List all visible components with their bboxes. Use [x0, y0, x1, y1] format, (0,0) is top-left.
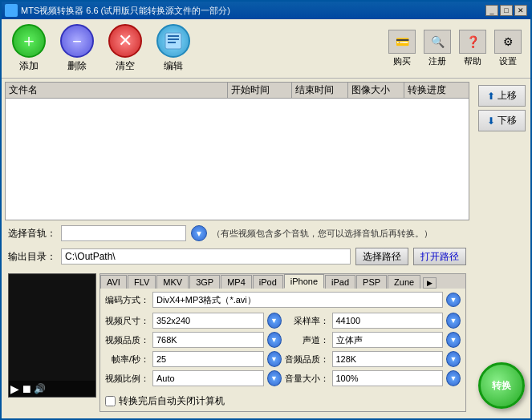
settings-icon: ⚙ [494, 30, 522, 54]
close-button[interactable]: ✕ [514, 5, 527, 16]
volume-button[interactable]: 🔊 [34, 383, 46, 394]
auto-shutdown-checkbox[interactable] [105, 396, 116, 406]
auto-shutdown-row: 转换完后自动关闭计算机 [100, 391, 465, 411]
col-start: 开始时间 [228, 83, 292, 98]
codec-spin[interactable]: ▼ [446, 293, 461, 307]
output-path: C:\OutPath\ [61, 248, 351, 265]
volume-row: 音量大小： 100% ▼ [285, 370, 461, 386]
tab-ipod[interactable]: iPod [253, 275, 283, 289]
tabs-row: AVIFLVMKV3GPMP4iPodiPhoneiPadPSPZune▶ [100, 274, 465, 289]
edit-button[interactable]: 编辑 [152, 24, 194, 73]
tab-iphone[interactable]: iPhone [284, 274, 324, 289]
right-tools: 💳 购买 🔍 注册 ❓ 帮助 ⚙ 设置 [386, 30, 524, 67]
left-panel: 文件名 开始时间 结束时间 图像大小 转换进度 选择音轨： ▼ （有些视频包含多… [2, 79, 473, 418]
tab-mp4[interactable]: MP4 [221, 275, 252, 289]
edit-label: 编辑 [164, 59, 183, 73]
up-down-panel: ⬆ 上移 ⬇ 下移 [478, 85, 526, 131]
file-list-body [6, 99, 469, 220]
channel-spin[interactable]: ▼ [446, 332, 461, 348]
help-button[interactable]: ❓ 帮助 [457, 30, 489, 67]
maximize-button[interactable]: □ [500, 5, 513, 16]
tab-3gp[interactable]: 3GP [189, 275, 220, 289]
audio-track-row: 选择音轨： ▼ （有些视频包含多个音轨，您可以选择音轨后再转换。） [5, 224, 469, 243]
file-list-header: 文件名 开始时间 结束时间 图像大小 转换进度 [6, 83, 469, 99]
tab-flv[interactable]: FLV [128, 275, 156, 289]
codec-label: 编码方式： [105, 294, 149, 306]
main-window: MTS视频转换器 6.6 (试用版只能转换源文件的一部分) _ □ ✕ ＋ 添加… [0, 0, 532, 420]
buy-icon: 💳 [388, 30, 416, 54]
window-title: MTS视频转换器 6.6 (试用版只能转换源文件的一部分) [21, 5, 482, 17]
auto-shutdown-label: 转换完后自动关闭计算机 [119, 394, 225, 408]
frame-rate-spin[interactable]: ▼ [267, 351, 282, 367]
audio-quality-spin[interactable]: ▼ [446, 351, 461, 367]
audio-quality-row: 音频品质： 128K ▼ [285, 351, 461, 367]
add-button[interactable]: ＋ 添加 [8, 24, 50, 73]
add-icon: ＋ [12, 24, 46, 58]
window-controls: _ □ ✕ [485, 5, 527, 16]
tab-avi[interactable]: AVI [100, 275, 127, 289]
settings-button[interactable]: ⚙ 设置 [492, 30, 524, 67]
delete-button[interactable]: － 删除 [56, 24, 98, 73]
down-label: 下移 [497, 114, 517, 127]
play-button[interactable]: ▶ [10, 382, 19, 395]
up-label: 上移 [497, 89, 517, 103]
video-size-spin[interactable]: ▼ [267, 313, 282, 329]
buy-button[interactable]: 💳 购买 [386, 30, 418, 67]
col-progress: 转换进度 [404, 83, 469, 98]
tab-zune[interactable]: Zune [388, 275, 420, 289]
video-quality-spin[interactable]: ▼ [267, 332, 282, 348]
move-up-button[interactable]: ⬆ 上移 [478, 85, 526, 107]
col-end: 结束时间 [292, 83, 348, 98]
convert-button[interactable]: 转换 [478, 362, 525, 409]
register-icon: 🔍 [424, 30, 451, 54]
add-label: 添加 [19, 59, 39, 73]
sample-rate-val[interactable]: 44100 [332, 313, 444, 329]
stop-button[interactable]: ⏹ [21, 382, 32, 395]
codec-select[interactable]: DivX4+MP3格式（*.avi） [152, 292, 443, 308]
volume-val[interactable]: 100% [332, 370, 444, 386]
tab-psp[interactable]: PSP [356, 275, 387, 289]
delete-label: 删除 [67, 59, 87, 73]
minimize-button[interactable]: _ [485, 5, 498, 16]
video-quality-val[interactable]: 768K [152, 332, 264, 348]
aspect-spin[interactable]: ▼ [267, 370, 282, 386]
browse-button[interactable]: 选择路径 [355, 248, 408, 265]
file-list: 文件名 开始时间 结束时间 图像大小 转换进度 [5, 82, 469, 220]
register-label: 注册 [428, 55, 446, 67]
convert-label: 转换 [492, 379, 511, 393]
clear-label: 清空 [116, 59, 135, 73]
video-quality-row: 视频品质： 768K ▼ [105, 332, 282, 348]
volume-label: 音量大小： [285, 373, 329, 385]
channel-label: 声道： [285, 334, 329, 346]
sample-rate-spin[interactable]: ▼ [446, 313, 461, 329]
tab-ipad[interactable]: iPad [325, 275, 355, 289]
clear-button[interactable]: ✕ 清空 [104, 24, 146, 73]
audio-track-input[interactable] [61, 225, 186, 241]
down-arrow-icon: ⬇ [487, 115, 495, 127]
tab-scroll-right[interactable]: ▶ [423, 277, 437, 289]
register-button[interactable]: 🔍 注册 [421, 30, 453, 67]
video-size-val[interactable]: 352x240 [152, 313, 264, 329]
channel-val[interactable]: 立体声 [332, 332, 444, 348]
toolbar: ＋ 添加 － 删除 ✕ 清空 编辑 [2, 19, 530, 79]
video-size-label: 视频尺寸： [105, 315, 149, 327]
channel-row: 声道： 立体声 ▼ [285, 332, 461, 348]
open-path-button[interactable]: 打开路径 [413, 248, 466, 265]
aspect-val[interactable]: Auto [152, 370, 264, 386]
help-label: 帮助 [464, 55, 481, 67]
sample-rate-label: 采样率： [285, 315, 329, 327]
up-arrow-icon: ⬆ [487, 91, 495, 102]
svg-rect-2 [168, 42, 176, 43]
audio-quality-val[interactable]: 128K [332, 351, 444, 367]
volume-spin[interactable]: ▼ [446, 370, 461, 386]
output-row: 输出目录： C:\OutPath\ 选择路径 打开路径 [5, 246, 469, 267]
audio-track-btn[interactable]: ▼ [191, 225, 207, 241]
move-down-button[interactable]: ⬇ 下移 [478, 110, 526, 131]
preview-box: ▶ ⏹ 🔊 [8, 273, 96, 398]
video-quality-label: 视频品质： [105, 334, 149, 346]
video-size-row: 视频尺寸： 352x240 ▼ [105, 313, 282, 329]
frame-rate-val[interactable]: 25 [152, 351, 264, 367]
tab-mkv[interactable]: MKV [156, 275, 189, 289]
audio-track-hint: （有些视频包含多个音轨，您可以选择音轨后再转换。） [212, 228, 466, 240]
sample-rate-row: 采样率： 44100 ▼ [285, 313, 461, 329]
